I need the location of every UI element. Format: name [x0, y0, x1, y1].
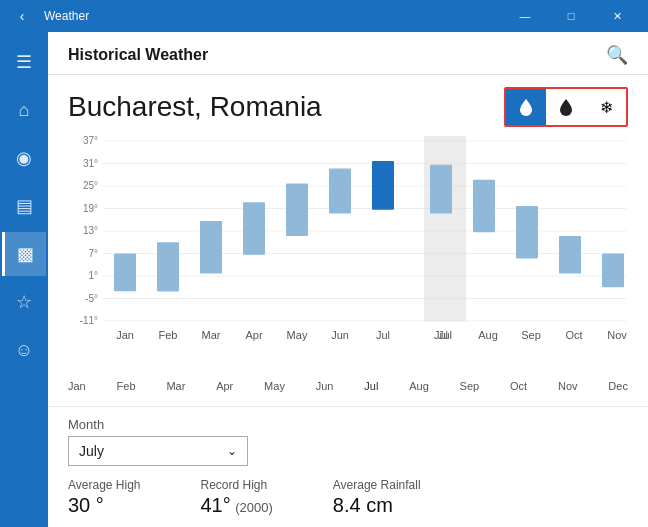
svg-rect-26	[372, 161, 394, 210]
svg-text:1°: 1°	[88, 270, 98, 281]
x-label-sep: Sep	[460, 380, 480, 392]
stat-avg-rainfall: Average Rainfall 8.4 cm	[333, 478, 421, 517]
sidebar-item-news[interactable]: ◉	[2, 136, 46, 180]
x-label-feb: Feb	[117, 380, 136, 392]
snowflake-icon: ❄	[600, 98, 613, 117]
header: Historical Weather 🔍	[48, 32, 648, 75]
rainfall-button[interactable]	[506, 89, 546, 125]
rainfall-icon	[516, 97, 536, 117]
svg-text:19°: 19°	[83, 203, 98, 214]
city-row: Bucharest, Romania ❄	[48, 75, 648, 131]
svg-text:Aug: Aug	[478, 329, 498, 341]
page-title: Historical Weather	[68, 46, 208, 64]
svg-text:Mar: Mar	[202, 329, 221, 341]
sidebar: ☰ ⌂ ◉ ▤ ▩ ☆ ☺	[0, 32, 48, 527]
city-name: Bucharest, Romania	[68, 91, 322, 123]
svg-text:37°: 37°	[83, 135, 98, 146]
app-layout: ☰ ⌂ ◉ ▤ ▩ ☆ ☺ Historical Weather 🔍 Bucha…	[0, 32, 648, 527]
stat-avg-high-value: 30 °	[68, 494, 141, 517]
weather-type-selector: ❄	[504, 87, 628, 127]
titlebar: ‹ Weather — □ ✕	[0, 0, 648, 32]
stat-avg-high: Average High 30 °	[68, 478, 141, 517]
stat-record-high-label: Record High	[201, 478, 273, 492]
svg-rect-24	[286, 184, 308, 237]
month-label: Month	[68, 417, 628, 432]
svg-text:Oct: Oct	[565, 329, 582, 341]
x-label-aug: Aug	[409, 380, 429, 392]
drop-button[interactable]	[546, 89, 586, 125]
app-title: Weather	[36, 9, 502, 23]
svg-text:25°: 25°	[83, 180, 98, 191]
sidebar-item-star[interactable]: ☆	[2, 280, 46, 324]
svg-text:Jan: Jan	[116, 329, 134, 341]
svg-text:May: May	[287, 329, 308, 341]
svg-rect-28	[473, 180, 495, 233]
maximize-button[interactable]: □	[548, 0, 594, 32]
close-button[interactable]: ✕	[594, 0, 640, 32]
svg-text:-11°: -11°	[80, 315, 98, 326]
sidebar-item-chart[interactable]: ▩	[2, 232, 46, 276]
stat-avg-high-label: Average High	[68, 478, 141, 492]
sidebar-item-menu[interactable]: ☰	[2, 40, 46, 84]
x-label-mar: Mar	[166, 380, 185, 392]
svg-text:Sep: Sep	[521, 329, 541, 341]
x-label-nov: Nov	[558, 380, 578, 392]
svg-text:Apr: Apr	[245, 329, 262, 341]
svg-text:31°: 31°	[83, 158, 98, 169]
x-label-oct: Oct	[510, 380, 527, 392]
sidebar-item-calendar[interactable]: ▤	[2, 184, 46, 228]
svg-rect-30	[559, 236, 581, 274]
svg-text:Jul: Jul	[376, 329, 390, 341]
sidebar-item-emoji[interactable]: ☺	[2, 328, 46, 372]
svg-rect-23	[243, 202, 265, 255]
svg-text:Jul: Jul	[434, 329, 448, 341]
back-button[interactable]: ‹	[8, 2, 36, 30]
svg-text:7°: 7°	[88, 248, 98, 259]
x-label-jul: Jul	[364, 380, 378, 392]
svg-text:Nov: Nov	[607, 329, 627, 341]
svg-rect-20	[114, 254, 136, 292]
chart-container: 37° 31° 25° 19° 13° 7° 1° -5° -11°	[48, 131, 648, 406]
x-label-jan: Jan	[68, 380, 86, 392]
window-controls: — □ ✕	[502, 0, 640, 32]
svg-rect-25	[329, 169, 351, 214]
svg-text:13°: 13°	[83, 225, 98, 236]
stat-avg-rainfall-value: 8.4 cm	[333, 494, 421, 517]
drop-icon	[556, 97, 576, 117]
minimize-button[interactable]: —	[502, 0, 548, 32]
search-icon[interactable]: 🔍	[606, 44, 628, 66]
bar-chart: 37° 31° 25° 19° 13° 7° 1° -5° -11°	[68, 131, 628, 351]
x-label-jun: Jun	[316, 380, 334, 392]
svg-rect-29	[516, 206, 538, 259]
svg-text:-5°: -5°	[85, 293, 98, 304]
stats-row: Average High 30 ° Record High 41° (2000)…	[68, 478, 628, 517]
svg-text:Feb: Feb	[159, 329, 178, 341]
stat-record-high-value: 41° (2000)	[201, 494, 273, 517]
svg-rect-31	[602, 254, 624, 288]
svg-rect-21	[157, 242, 179, 291]
svg-rect-19	[424, 136, 466, 321]
x-label-may: May	[264, 380, 285, 392]
x-label-dec: Dec	[608, 380, 628, 392]
main-content: Historical Weather 🔍 Bucharest, Romania	[48, 32, 648, 527]
bottom-section: Month July ⌄ Average High 30 ° Record Hi…	[48, 406, 648, 527]
stat-record-high: Record High 41° (2000)	[201, 478, 273, 517]
svg-rect-22	[200, 221, 222, 274]
svg-text:Jun: Jun	[331, 329, 349, 341]
month-dropdown[interactable]: July ⌄	[68, 436, 248, 466]
chevron-down-icon: ⌄	[227, 444, 237, 458]
sidebar-item-home[interactable]: ⌂	[2, 88, 46, 132]
month-selected: July	[79, 443, 104, 459]
x-label-apr: Apr	[216, 380, 233, 392]
svg-rect-27	[430, 165, 452, 214]
stat-avg-rainfall-label: Average Rainfall	[333, 478, 421, 492]
snowflake-button[interactable]: ❄	[586, 89, 626, 125]
